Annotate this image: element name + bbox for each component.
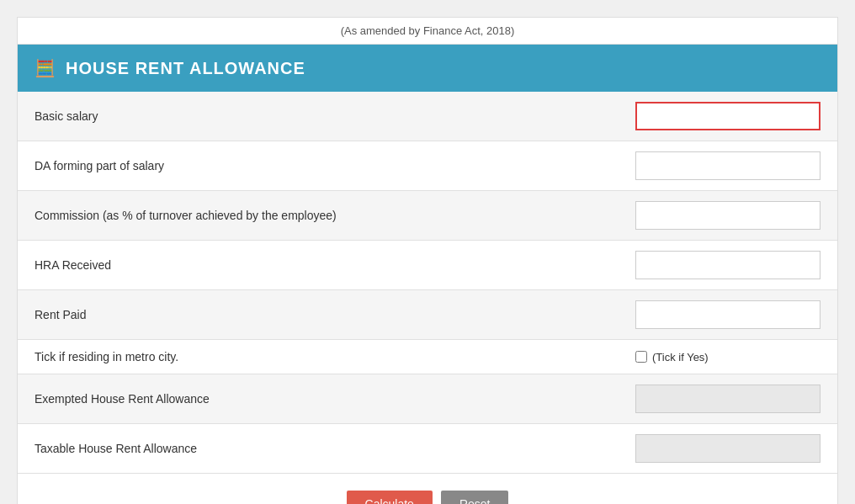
calculator-icon: 🧮 — [35, 58, 56, 78]
form-section: Basic salary DA forming part of salary C… — [18, 92, 837, 474]
label-hra-received: HRA Received — [35, 258, 635, 272]
label-rent-paid: Rent Paid — [35, 308, 635, 321]
input-commission[interactable] — [635, 201, 820, 230]
checkbox-label-metro: (Tick if Yes) — [652, 351, 709, 363]
label-taxable-hra: Taxable House Rent Allowance — [35, 442, 635, 455]
top-bar-text: (As amended by Finance Act, 2018) — [341, 24, 515, 37]
label-metro-city: Tick if residing in metro city. — [35, 350, 635, 363]
row-taxable-hra: Taxable House Rent Allowance — [18, 424, 837, 474]
input-exempted-hra — [635, 385, 820, 413]
row-metro-city: Tick if residing in metro city. (Tick if… — [18, 340, 837, 374]
button-row: Calculate Reset — [18, 474, 837, 504]
input-hra-received[interactable] — [635, 251, 820, 279]
row-rent-paid: Rent Paid — [18, 290, 837, 340]
input-da-salary[interactable] — [635, 151, 820, 180]
row-commission: Commission (as % of turnover achieved by… — [18, 191, 837, 241]
label-basic-salary: Basic salary — [35, 109, 635, 123]
checkbox-area-metro: (Tick if Yes) — [635, 351, 820, 363]
checkbox-metro-city[interactable] — [635, 351, 647, 363]
row-exempted-hra: Exempted House Rent Allowance — [18, 374, 837, 424]
header-bar: 🧮 HOUSE RENT ALLOWANCE — [18, 45, 837, 92]
calculator-container: (As amended by Finance Act, 2018) 🧮 HOUS… — [17, 17, 838, 504]
label-commission: Commission (as % of turnover achieved by… — [35, 209, 635, 222]
calculate-button[interactable]: Calculate — [347, 491, 433, 504]
row-hra-received: HRA Received — [18, 241, 837, 290]
top-bar: (As amended by Finance Act, 2018) — [18, 18, 837, 45]
input-taxable-hra — [635, 434, 820, 463]
header-title: HOUSE RENT ALLOWANCE — [66, 59, 305, 78]
reset-button[interactable]: Reset — [441, 491, 509, 504]
label-exempted-hra: Exempted House Rent Allowance — [35, 392, 635, 406]
label-da-salary: DA forming part of salary — [35, 159, 635, 172]
row-da-salary: DA forming part of salary — [18, 141, 837, 191]
input-rent-paid[interactable] — [635, 300, 820, 329]
input-basic-salary[interactable] — [635, 102, 820, 130]
row-basic-salary: Basic salary — [18, 92, 837, 141]
